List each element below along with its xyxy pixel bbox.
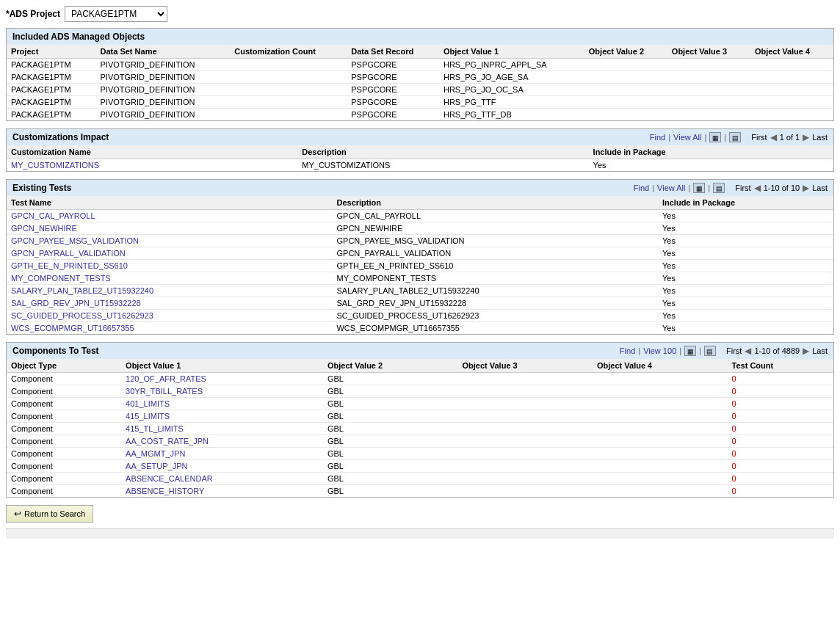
cell-project: PACKAGE1PTM <box>7 59 96 71</box>
cell-comp-val4 <box>593 410 728 423</box>
cell-comp-val3 <box>457 460 593 473</box>
footer: ↩ Return to Search <box>6 505 834 523</box>
cell-test-count: 0 <box>728 385 833 398</box>
col-comp-val1: Object Value 1 <box>121 359 323 373</box>
components-grid-icon[interactable]: ▦ <box>684 346 696 356</box>
col-project: Project <box>7 45 96 59</box>
col-obj-val1: Object Value 1 <box>439 45 584 59</box>
cell-obj-val1: HRS_PG_TTF <box>439 96 584 109</box>
customizations-table-icon[interactable]: ▤ <box>729 132 741 142</box>
cell-obj-type: Component <box>7 373 121 385</box>
tests-viewall-link[interactable]: View All <box>657 183 685 192</box>
components-find-link[interactable]: Find <box>620 346 635 355</box>
cell-project: PACKAGE1PTM <box>7 71 96 84</box>
customizations-last-label: Last <box>812 133 828 142</box>
table-row: PACKAGE1PTM PIVOTGRID_DEFINITION PSPGCOR… <box>7 59 833 71</box>
cell-obj-type: Component <box>7 385 121 398</box>
cell-comp-val3 <box>457 410 593 423</box>
cell-test-desc: MY_COMPONENT_TESTS <box>332 272 657 285</box>
col-test-count: Test Count <box>728 359 833 373</box>
components-table-icon[interactable]: ▤ <box>704 346 716 356</box>
cell-test-name: GPCN_NEWHIRE <box>7 222 332 235</box>
cell-include: Yes <box>658 260 833 272</box>
tests-next-arrow[interactable]: ▶ <box>803 183 809 193</box>
cell-test-name: WCS_ECOMPMGR_UT16657355 <box>7 322 332 335</box>
customizations-prev-arrow[interactable]: ◀ <box>770 132 777 142</box>
ads-project-select[interactable]: PACKAGE1PTM <box>65 6 167 22</box>
cell-comp-val4 <box>593 373 728 385</box>
table-row: GPCN_PAYEE_MSG_VALIDATION GPCN_PAYEE_MSG… <box>7 235 833 247</box>
included-section-title: Included ADS Managed Objects <box>12 32 145 42</box>
tests-find-link[interactable]: Find <box>634 183 649 192</box>
table-row: Component ABSENCE_CALENDAR GBL 0 <box>7 473 833 485</box>
cell-test-desc: SALARY_PLAN_TABLE2_UT15932240 <box>332 285 657 297</box>
components-prev-arrow[interactable]: ◀ <box>745 346 751 356</box>
cell-comp-val2: GBL <box>323 460 458 473</box>
cell-comp-val4 <box>593 460 728 473</box>
cell-include: Yes <box>658 210 833 222</box>
col-description: Description <box>297 145 588 159</box>
cell-custom-count <box>230 109 347 121</box>
cell-test-name: GPTH_EE_N_PRINTED_SS610 <box>7 260 332 272</box>
components-table: Object Type Object Value 1 Object Value … <box>7 359 833 497</box>
cell-comp-val1: 415_LIMITS <box>121 410 323 423</box>
customizations-first-label: First <box>751 133 767 142</box>
cell-comp-val1: 401_LIMITS <box>121 398 323 410</box>
cell-test-count: 0 <box>728 473 833 485</box>
cell-comp-val3 <box>457 385 593 398</box>
cell-test-desc: GPCN_PAYEE_MSG_VALIDATION <box>332 235 657 247</box>
customizations-viewall-link[interactable]: View All <box>673 133 701 142</box>
cell-include: Yes <box>658 272 833 285</box>
cell-obj-val2 <box>584 84 667 96</box>
col-dataset-record: Data Set Record <box>347 45 439 59</box>
cell-obj-val1: HRS_PG_TTF_DB <box>439 109 584 121</box>
components-view100-link[interactable]: View 100 <box>643 346 676 355</box>
tests-page-info: 1-10 of 10 <box>764 183 800 192</box>
table-row: GPCN_CAL_PAYROLL GPCN_CAL_PAYROLL Yes <box>7 210 833 222</box>
cell-include: Yes <box>658 247 833 260</box>
cell-obj-val3 <box>667 59 750 71</box>
cell-dataset-name: PIVOTGRID_DEFINITION <box>96 59 231 71</box>
cell-obj-val4 <box>750 59 833 71</box>
cell-dataset-name: PIVOTGRID_DEFINITION <box>96 96 231 109</box>
tests-table-icon[interactable]: ▤ <box>713 183 725 193</box>
cell-custom-count <box>230 71 347 84</box>
cell-obj-val1: HRS_PG_JO_OC_SA <box>439 84 584 96</box>
cell-comp-val1: AA_SETUP_JPN <box>121 460 323 473</box>
table-row: SALARY_PLAN_TABLE2_UT15932240 SALARY_PLA… <box>7 285 833 297</box>
cell-test-name: GPCN_PAYEE_MSG_VALIDATION <box>7 235 332 247</box>
cell-obj-val4 <box>750 84 833 96</box>
col-include-pkg: Include in Package <box>589 145 833 159</box>
cell-test-count: 0 <box>728 373 833 385</box>
cell-comp-val2: GBL <box>323 448 458 460</box>
cell-comp-val1: ABSENCE_CALENDAR <box>121 473 323 485</box>
customizations-grid-icon[interactable]: ▦ <box>709 132 721 142</box>
scrollbar[interactable] <box>6 528 834 539</box>
cell-comp-val4 <box>593 448 728 460</box>
table-row: Component 30YR_TBILL_RATES GBL 0 <box>7 385 833 398</box>
return-to-search-button[interactable]: ↩ Return to Search <box>6 505 93 523</box>
customizations-next-arrow[interactable]: ▶ <box>803 132 809 142</box>
table-row: Component 415_TL_LIMITS GBL 0 <box>7 423 833 435</box>
cell-obj-val2 <box>584 59 667 71</box>
cell-test-desc: GPCN_CAL_PAYROLL <box>332 210 657 222</box>
customizations-section-title: Customizations Impact <box>12 132 109 142</box>
cell-test-desc: SAL_GRD_REV_JPN_UT15932228 <box>332 297 657 310</box>
cell-comp-val1: ABSENCE_HISTORY <box>121 485 323 498</box>
cell-comp-val3 <box>457 398 593 410</box>
components-section: Components To Test Find | View 100 | ▦ |… <box>6 342 834 498</box>
components-next-arrow[interactable]: ▶ <box>803 346 809 356</box>
table-row: Component ABSENCE_HISTORY GBL 0 <box>7 485 833 498</box>
cell-comp-val3 <box>457 423 593 435</box>
customizations-nav: Find | View All | ▦ | ▤ First ◀ 1 of 1 ▶… <box>650 132 828 142</box>
cell-comp-val2: GBL <box>323 435 458 448</box>
cell-comp-val2: GBL <box>323 373 458 385</box>
tests-grid-icon[interactable]: ▦ <box>693 183 705 193</box>
cell-obj-val2 <box>584 96 667 109</box>
tests-prev-arrow[interactable]: ◀ <box>754 183 761 193</box>
cell-obj-type: Component <box>7 485 121 498</box>
cell-comp-val2: GBL <box>323 485 458 498</box>
cell-test-desc: GPCN_NEWHIRE <box>332 222 657 235</box>
existing-tests-section: Existing Tests Find | View All | ▦ | ▤ F… <box>6 179 834 335</box>
customizations-find-link[interactable]: Find <box>650 133 665 142</box>
